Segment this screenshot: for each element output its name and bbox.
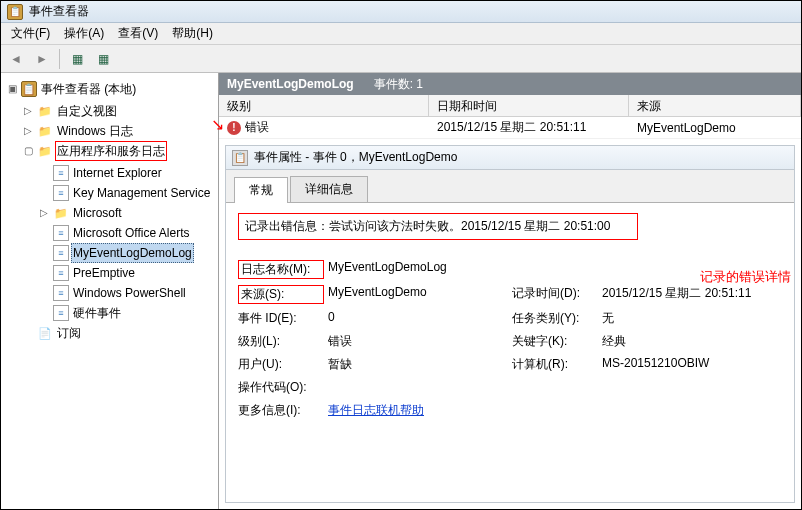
toolbar: ◄ ► ▦ ▦ <box>1 45 801 73</box>
label-computer: 计算机(R): <box>512 356 598 373</box>
collapse-icon[interactable]: ▢ <box>21 144 35 158</box>
log-icon: ≡ <box>53 285 69 301</box>
back-button[interactable]: ◄ <box>5 48 27 70</box>
label-source: 来源(S): <box>238 285 324 304</box>
label-user: 用户(U): <box>238 356 324 373</box>
label-logged: 记录时间(D): <box>512 285 598 304</box>
menu-action[interactable]: 操作(A) <box>58 23 110 44</box>
tree-preemptive[interactable]: PreEmptive <box>71 263 137 283</box>
tab-bar: 常规 详细信息 <box>226 170 794 203</box>
menu-bar: 文件(F) 操作(A) 查看(V) 帮助(H) <box>1 23 801 45</box>
tree-hardware[interactable]: 硬件事件 <box>71 303 123 323</box>
properties-title: 事件属性 - 事件 0，MyEventLogDemo <box>254 149 457 166</box>
value-eventid: 0 <box>328 310 508 327</box>
title-bar: 📋 事件查看器 <box>1 1 801 23</box>
tree-kms[interactable]: Key Management Service <box>71 183 212 203</box>
log-icon: ≡ <box>53 305 69 321</box>
value-logname: MyEventLogDemoLog <box>328 260 508 279</box>
cell-source: MyEventLogDemo <box>629 119 801 137</box>
tree: ▣ 📋 事件查看器 (本地) ▷ 📁 自定义视图 ▷ 📁 Windows 日志 <box>3 79 216 343</box>
collapse-icon[interactable]: ▣ <box>5 82 19 96</box>
tree-panel: ▣ 📋 事件查看器 (本地) ▷ 📁 自定义视图 ▷ 📁 Windows 日志 <box>1 73 219 509</box>
folder-icon: 📁 <box>37 143 53 159</box>
properties-icon: 📋 <box>232 150 248 166</box>
help-link[interactable]: 事件日志联机帮助 <box>328 403 424 417</box>
tab-content: 记录出错信息：尝试访问该方法时失败。2015/12/15 星期二 20:51:0… <box>226 203 794 502</box>
forward-button[interactable]: ► <box>31 48 53 70</box>
annotation-arrow: ↘ <box>211 115 224 134</box>
label-logname: 日志名称(M): <box>238 260 324 279</box>
app-icon: 📋 <box>7 4 23 20</box>
col-level[interactable]: 级别 <box>219 95 429 116</box>
log-icon: ≡ <box>53 265 69 281</box>
expand-icon[interactable]: ▷ <box>21 104 35 118</box>
tree-wps[interactable]: Windows PowerShell <box>71 283 188 303</box>
folder-icon: 📁 <box>53 205 69 221</box>
tree-ie[interactable]: Internet Explorer <box>71 163 164 183</box>
value-logged: 2015/12/15 星期二 20:51:11 <box>602 285 782 304</box>
label-level: 级别(L): <box>238 333 324 350</box>
tab-general[interactable]: 常规 <box>234 177 288 203</box>
log-icon: ≡ <box>53 225 69 241</box>
tree-moa[interactable]: Microsoft Office Alerts <box>71 223 191 243</box>
tree-windows-logs[interactable]: Windows 日志 <box>55 121 135 141</box>
log-icon: ≡ <box>53 245 69 261</box>
event-viewer-icon: 📋 <box>21 81 37 97</box>
value-keywords: 经典 <box>602 333 782 350</box>
tree-root[interactable]: 事件查看器 (本地) <box>39 79 138 99</box>
label-taskcat: 任务类别(Y): <box>512 310 598 327</box>
right-panel: ↘ MyEventLogDemoLog 事件数: 1 级别 日期和时间 来源 !… <box>219 73 801 509</box>
properties-header: 📋 事件属性 - 事件 0，MyEventLogDemo <box>226 146 794 170</box>
panel-title: MyEventLogDemoLog <box>227 77 354 91</box>
error-icon: ! <box>227 121 241 135</box>
label-keywords: 关键字(K): <box>512 333 598 350</box>
label-moreinfo: 更多信息(I): <box>238 402 324 419</box>
message-box: 记录出错信息：尝试访问该方法时失败。2015/12/15 星期二 20:51:0… <box>238 213 638 240</box>
value-source: MyEventLogDemo <box>328 285 508 304</box>
label-eventid: 事件 ID(E): <box>238 310 324 327</box>
event-count: 事件数: 1 <box>374 76 423 93</box>
value-user: 暂缺 <box>328 356 508 373</box>
separator <box>59 49 60 69</box>
panel-header: MyEventLogDemoLog 事件数: 1 <box>219 73 801 95</box>
col-source[interactable]: 来源 <box>629 95 801 116</box>
table-row[interactable]: !错误 2015/12/15 星期二 20:51:11 MyEventLogDe… <box>219 117 801 139</box>
annotation-text: 记录的错误详情 <box>700 268 791 286</box>
properties-panel: 📋 事件属性 - 事件 0，MyEventLogDemo 常规 详细信息 记录出… <box>225 145 795 503</box>
subscriptions-icon: 📄 <box>37 325 53 341</box>
log-icon: ≡ <box>53 185 69 201</box>
action-pane-button[interactable]: ▦ <box>66 48 88 70</box>
workspace: ▣ 📋 事件查看器 (本地) ▷ 📁 自定义视图 ▷ 📁 Windows 日志 <box>1 73 801 509</box>
tree-demo-log[interactable]: MyEventLogDemoLog <box>71 243 194 263</box>
expand-icon[interactable]: ▷ <box>21 124 35 138</box>
refresh-button[interactable]: ▦ <box>92 48 114 70</box>
tree-subscriptions[interactable]: 订阅 <box>55 323 83 343</box>
value-level: 错误 <box>328 333 508 350</box>
folder-icon: 📁 <box>37 103 53 119</box>
window-title: 事件查看器 <box>29 3 89 20</box>
col-datetime[interactable]: 日期和时间 <box>429 95 629 116</box>
grid-header: 级别 日期和时间 来源 <box>219 95 801 117</box>
tree-app-service-logs[interactable]: 应用程序和服务日志 <box>55 141 167 161</box>
label-opcode: 操作代码(O): <box>238 379 324 396</box>
log-icon: ≡ <box>53 165 69 181</box>
tree-custom-views[interactable]: 自定义视图 <box>55 101 119 121</box>
tab-details[interactable]: 详细信息 <box>290 176 368 202</box>
menu-view[interactable]: 查看(V) <box>112 23 164 44</box>
cell-level: 错误 <box>245 119 269 136</box>
menu-file[interactable]: 文件(F) <box>5 23 56 44</box>
value-taskcat: 无 <box>602 310 782 327</box>
cell-datetime: 2015/12/15 星期二 20:51:11 <box>429 117 629 138</box>
expand-icon[interactable]: ▷ <box>37 206 51 220</box>
value-computer: MS-20151210OBIW <box>602 356 782 373</box>
tree-microsoft[interactable]: Microsoft <box>71 203 124 223</box>
menu-help[interactable]: 帮助(H) <box>166 23 219 44</box>
folder-icon: 📁 <box>37 123 53 139</box>
